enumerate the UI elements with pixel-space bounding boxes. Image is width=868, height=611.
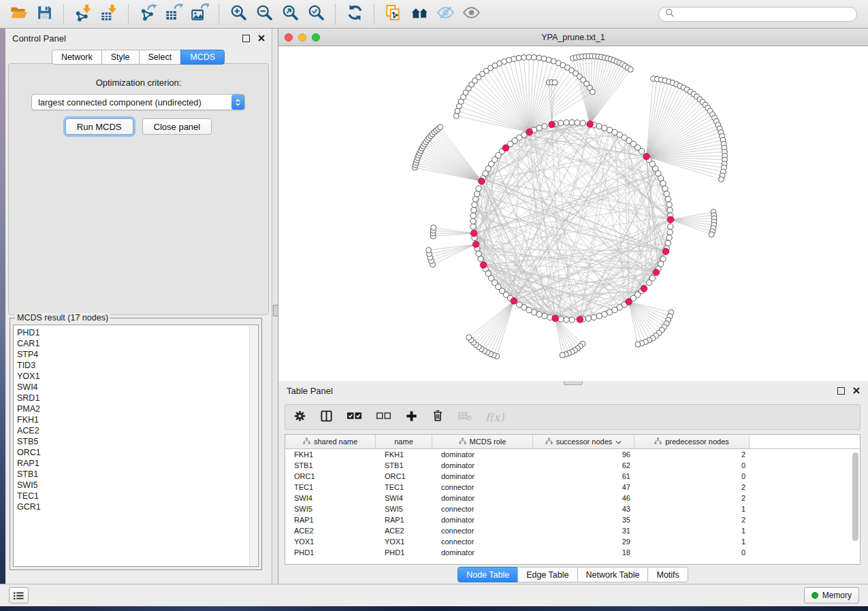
mcds-result-item[interactable]: YOX1 [17, 371, 258, 382]
main-toolbar [0, 0, 868, 29]
toggle-column-view-button[interactable] [320, 410, 333, 425]
trash-icon [432, 410, 444, 425]
table-cell: 62 [533, 461, 634, 469]
mcds-list-scrollbar[interactable] [249, 326, 257, 565]
tab-select[interactable]: Select [139, 50, 182, 65]
column-header-predecessor-nodes[interactable]: predecessor nodes [634, 435, 750, 448]
mcds-result-item[interactable]: TEC1 [17, 491, 258, 501]
table-row[interactable]: PHD1PHD1dominator180 [285, 547, 860, 558]
table-row[interactable]: ACE2ACE2connector311 [285, 525, 860, 536]
mcds-result-item[interactable]: PHD1 [17, 327, 258, 338]
mcds-result-item[interactable]: ORC1 [17, 447, 258, 458]
network-graph[interactable] [278, 46, 868, 381]
mcds-result-list[interactable]: PHD1CAR1STP4TID3YOX1SWI4SRD1PMA2FKH1ACE2… [13, 325, 259, 567]
zoom-out-button[interactable] [251, 3, 277, 26]
network-canvas[interactable] [278, 46, 868, 381]
close-panel-button[interactable]: Close panel [142, 118, 212, 135]
toolbar-separator [219, 4, 219, 24]
tab-motifs[interactable]: Motifs [647, 567, 688, 582]
tab-network-table[interactable]: Network Table [577, 567, 649, 582]
table-settings-button[interactable] [293, 410, 306, 425]
tab-mcds[interactable]: MCDS [180, 50, 225, 65]
import-table-button[interactable] [96, 3, 122, 26]
deselect-all-rows-button[interactable] [376, 411, 391, 423]
close-panel-icon[interactable] [852, 387, 860, 395]
table-row[interactable]: RAP1RAP1dominator352 [285, 514, 860, 525]
hide-selected-button[interactable] [432, 3, 458, 26]
export-image-icon [191, 3, 209, 24]
table-cell: RAP1 [376, 516, 432, 524]
table-row[interactable]: SWI5SWI5connector431 [285, 503, 860, 514]
function-builder-button: f(x) [485, 411, 504, 424]
dropdown-stepper-icon [231, 95, 244, 110]
mcds-result-item[interactable]: TID3 [17, 360, 258, 371]
table-cell: 96 [533, 450, 634, 459]
mcds-result-item[interactable]: STB1 [17, 469, 258, 480]
export-image-button[interactable] [187, 3, 212, 26]
delete-column-button[interactable] [432, 410, 444, 425]
tab-style[interactable]: Style [101, 50, 140, 65]
close-panel-icon[interactable] [257, 35, 265, 42]
zoom-fit-button[interactable] [277, 3, 303, 26]
save-session-button[interactable] [31, 3, 57, 26]
create-column-button[interactable] [405, 410, 418, 425]
mcds-result-item[interactable]: PMA2 [17, 403, 258, 414]
table-row[interactable]: YOX1YOX1connector291 [285, 536, 860, 547]
tab-edge-table[interactable]: Edge Table [517, 567, 577, 582]
mcds-result-item[interactable]: FKH1 [17, 414, 258, 425]
open-file-button[interactable] [5, 3, 31, 26]
table-row[interactable]: TEC1TEC1connector472 [285, 482, 860, 493]
horizontal-splitter-handle[interactable] [564, 381, 583, 385]
zoom-selected-button[interactable] [303, 3, 329, 26]
table-row[interactable]: FKH1FKH1dominator962 [285, 449, 860, 460]
mcds-result-item[interactable]: ACE2 [17, 425, 258, 436]
mcds-result-item[interactable]: SWI4 [17, 382, 258, 393]
task-history-button[interactable] [9, 587, 29, 604]
mcds-result-item[interactable]: STB5 [17, 436, 258, 447]
tab-network[interactable]: Network [52, 50, 102, 65]
duplicate-network-button[interactable] [381, 3, 406, 26]
mcds-result-item[interactable]: CAR1 [17, 338, 258, 349]
node-table: shared namenameMCDS rolesuccessor nodesp… [285, 434, 861, 565]
table-row[interactable]: ORC1ORC1dominator610 [285, 471, 860, 482]
run-mcds-button[interactable]: Run MCDS [65, 118, 133, 135]
column-header-successor-nodes[interactable]: successor nodes [533, 435, 634, 448]
column-header-shared-name[interactable]: shared name [285, 435, 376, 448]
table-row[interactable]: SWI4SWI4dominator462 [285, 493, 860, 503]
column-header-mcds-role[interactable]: MCDS role [432, 435, 533, 448]
status-bar: Memory [0, 584, 868, 606]
mcds-result-item[interactable]: RAP1 [17, 458, 258, 469]
tab-node-table[interactable]: Node Table [457, 567, 518, 582]
select-all-rows-button[interactable] [347, 411, 362, 423]
memory-button[interactable]: Memory [804, 587, 859, 604]
table-row[interactable]: STB1STB1dominator620 [285, 460, 860, 471]
import-network-button[interactable] [70, 3, 96, 26]
memory-label: Memory [822, 591, 852, 600]
show-all-button[interactable] [458, 3, 484, 26]
search-input[interactable] [678, 9, 850, 20]
mcds-result-item[interactable]: SWI5 [17, 480, 258, 491]
splitter-handle[interactable] [273, 305, 278, 316]
table-cell: dominator [432, 548, 533, 557]
network-window-titlebar: YPA_prune.txt_1 [278, 29, 868, 46]
table-cell: 47 [533, 483, 634, 491]
sort-chevron-icon[interactable] [615, 437, 622, 446]
table-header-row: shared namenameMCDS rolesuccessor nodesp… [285, 435, 860, 449]
float-panel-icon[interactable] [242, 35, 250, 42]
first-neighbors-button[interactable] [406, 3, 432, 26]
vertical-splitter[interactable] [272, 29, 278, 584]
export-table-button[interactable] [161, 3, 187, 26]
column-header-name[interactable]: name [376, 435, 432, 448]
mcds-result-item[interactable]: GCR1 [17, 501, 258, 512]
zoom-in-button[interactable] [225, 3, 251, 26]
refresh-view-button[interactable] [342, 3, 368, 26]
mcds-result-item[interactable]: STP4 [17, 349, 258, 360]
mcds-result-item[interactable]: SRD1 [17, 393, 258, 403]
float-panel-icon[interactable] [837, 387, 845, 395]
criterion-dropdown[interactable]: largest connected component (undirected) [31, 94, 245, 110]
table-cell: SWI4 [376, 494, 432, 502]
table-scrollbar-thumb[interactable] [852, 452, 858, 541]
search-box[interactable] [658, 7, 857, 22]
export-network-button[interactable] [135, 3, 161, 26]
table-cell: ORC1 [376, 472, 432, 480]
